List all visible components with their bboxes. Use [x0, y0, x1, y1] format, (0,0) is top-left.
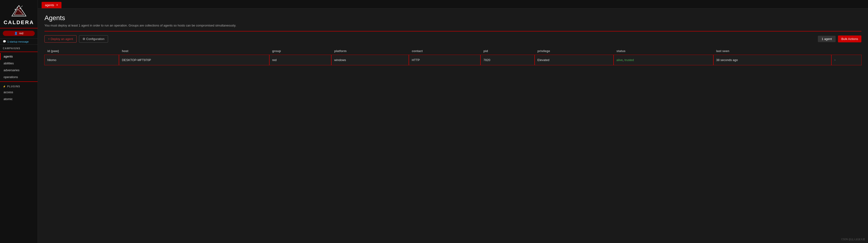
- col-status: status: [614, 47, 713, 55]
- sidebar-item-abilities[interactable]: abilities: [0, 60, 38, 67]
- page-title: Agents: [44, 14, 861, 22]
- sidebar-item-adversaries[interactable]: adversaries: [0, 67, 38, 73]
- status-alive: alive: [616, 58, 623, 62]
- bulk-actions-button[interactable]: Bulk Actions: [838, 35, 861, 42]
- startup-label: 1 startup message: [7, 40, 29, 43]
- col-platform: platform: [331, 47, 409, 55]
- col-privilege: privilege: [535, 47, 614, 55]
- user-icon: 👤: [14, 32, 18, 35]
- cell-id-paw: hilomo: [44, 55, 119, 65]
- svg-point-4: [20, 8, 21, 9]
- watermark: CSDN @达人的派大星: [841, 238, 865, 241]
- col-contact: contact: [409, 47, 480, 55]
- page-subtitle: You must deploy at least 1 agent in orde…: [44, 24, 861, 27]
- user-name: red: [19, 32, 23, 35]
- table-header: id (paw) host group platform contact pid…: [44, 47, 861, 55]
- tab-agents-label: agents: [45, 3, 54, 7]
- cell-last-seen: 38 seconds ago: [713, 55, 832, 65]
- col-id-paw: id (paw): [44, 47, 119, 55]
- toolbar-right: 1 agent Bulk Actions: [818, 35, 861, 42]
- row-expand-icon[interactable]: ›: [834, 58, 835, 62]
- campaigns-divider: [0, 52, 38, 52]
- agent-count-badge: 1 agent: [818, 36, 836, 42]
- table-header-row: id (paw) host group platform contact pid…: [44, 47, 861, 55]
- cell-privilege: Elevated: [535, 55, 614, 65]
- configuration-button[interactable]: ⚙ Configuration: [79, 35, 108, 42]
- cell-status: alive, trusted: [614, 55, 713, 65]
- plugins-divider: [0, 82, 38, 82]
- col-host: host: [119, 47, 269, 55]
- logo-area: CALDERA: [0, 0, 38, 28]
- col-pid: pid: [480, 47, 534, 55]
- toolbar: + Deploy an agent ⚙ Configuration 1 agen…: [44, 35, 861, 42]
- page-body: Agents You must deploy at least 1 agent …: [38, 8, 868, 243]
- cell-pid: 7820: [480, 55, 534, 65]
- col-group: group: [269, 47, 331, 55]
- col-arrow: [831, 47, 861, 55]
- user-badge[interactable]: 👤 red: [3, 31, 35, 36]
- col-last-seen: last seen: [713, 47, 832, 55]
- cell-contact: HTTP: [409, 55, 480, 65]
- app-title: CALDERA: [4, 20, 34, 26]
- table-row[interactable]: hilomo DESKTOP-MFT970P red windows HTTP: [44, 55, 861, 65]
- sidebar: CALDERA 👤 red 💬 1 startup message CAMPAI…: [0, 0, 38, 243]
- cell-group: red: [269, 55, 331, 65]
- main-content: agents ✕ Agents You must deploy at least…: [38, 0, 868, 243]
- agents-table: id (paw) host group platform contact pid…: [44, 47, 861, 65]
- sidebar-item-access[interactable]: access: [0, 89, 38, 96]
- chat-icon: 💬: [3, 40, 6, 43]
- svg-line-7: [21, 6, 23, 7]
- svg-point-5: [22, 10, 23, 11]
- tab-close-icon[interactable]: ✕: [56, 4, 58, 7]
- section-divider: [44, 31, 861, 31]
- status-separator: ,: [623, 58, 624, 62]
- cell-arrow: ›: [831, 55, 861, 65]
- caldera-logo-icon: [9, 4, 28, 19]
- startup-message-link[interactable]: 💬 1 startup message: [3, 40, 35, 43]
- cell-platform: windows: [331, 55, 409, 65]
- svg-point-3: [15, 9, 16, 10]
- plugins-section-label: ⚡ PLUGINS: [0, 83, 38, 89]
- sidebar-item-agents[interactable]: agents: [0, 53, 38, 60]
- sidebar-item-atomic[interactable]: atomic: [0, 96, 38, 102]
- user-area: 👤 red: [0, 28, 38, 38]
- tab-bar: agents ✕: [38, 0, 868, 8]
- cell-host: DESKTOP-MFT970P: [119, 55, 269, 65]
- tab-agents[interactable]: agents ✕: [42, 2, 61, 8]
- table-body: hilomo DESKTOP-MFT970P red windows HTTP: [44, 55, 861, 65]
- sidebar-item-operations[interactable]: operations: [0, 73, 38, 81]
- status-trusted: trusted: [624, 58, 634, 62]
- deploy-agent-button[interactable]: + Deploy an agent: [44, 35, 76, 42]
- startup-message-area: 💬 1 startup message: [0, 38, 38, 45]
- campaigns-section-label: CAMPAIGNS: [0, 45, 38, 51]
